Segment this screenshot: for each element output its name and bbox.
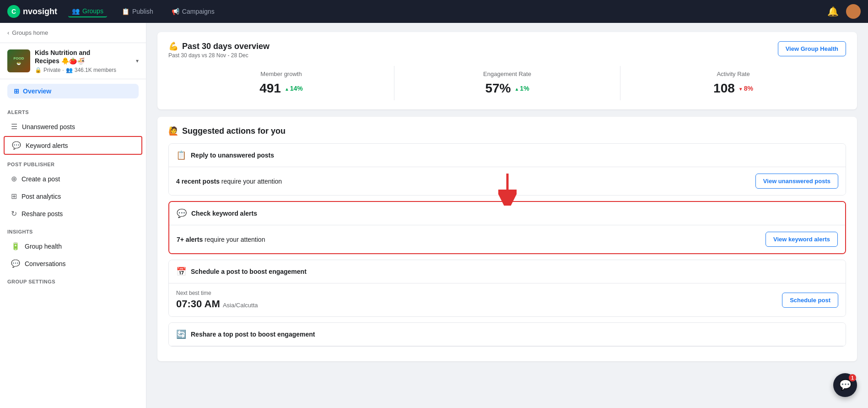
keyword-alerts-row: 💬 Keyword alerts B. <box>0 136 146 155</box>
publish-icon: 📋 <box>122 8 129 15</box>
muscle-icon: 💪 <box>168 41 178 51</box>
create-post-icon: ⊕ <box>11 174 17 183</box>
conversations-icon: 💬 <box>11 259 20 268</box>
action-unanswered-header: 📋 Reply to unanswered posts <box>169 144 846 167</box>
reshare-action-icon: 🔄 <box>176 329 186 339</box>
group-thumbnail-image: FOOD 🥗 <box>7 49 30 72</box>
sidebar-item-conversations[interactable]: 💬 Conversations <box>4 255 142 272</box>
raise-hand-icon: 🙋 <box>168 126 178 136</box>
group-dropdown-icon[interactable]: ▾ <box>136 58 139 64</box>
overview-card-title: 💪 Past 30 days overview <box>168 41 270 51</box>
overview-card-header: 💪 Past 30 days overview Past 30 days vs … <box>168 41 846 59</box>
action-keyword-header: 💬 Check keyword alerts <box>169 202 845 225</box>
post-publisher-section-label: POST PUBLISHER <box>0 155 146 170</box>
unanswered-posts-icon: ☰ <box>11 122 17 131</box>
unanswered-action-icon: 📋 <box>176 150 186 160</box>
main-content: A. 💪 Past 30 days overview Past 30 days … <box>146 23 868 408</box>
logo-icon: C <box>7 5 20 18</box>
user-avatar[interactable] <box>846 4 861 19</box>
action-reshare-post: 🔄 Reshare a top post to boost engagement <box>168 322 846 347</box>
overview-card-subtitle: Past 30 days vs 28 Nov - 28 Dec <box>168 52 270 59</box>
member-growth-badge: 14% <box>285 85 303 92</box>
action-keyword-body: 7+ alerts require your attention View ke… <box>169 225 845 253</box>
insights-section-label: INSIGHTS <box>0 223 146 237</box>
sidebar: ‹ Groups home FOOD 🥗 Kids Nutrition and … <box>0 23 146 408</box>
sidebar-item-unanswered-posts[interactable]: ☰ Unanswered posts <box>4 118 142 135</box>
schedule-post-button[interactable]: Schedule post <box>782 293 838 308</box>
action-reshare-header: 🔄 Reshare a top post to boost engagement <box>169 323 846 346</box>
action-unanswered-body: 4 recent posts require your attention Vi… <box>169 167 846 195</box>
engagement-rate-badge: 1% <box>514 85 529 92</box>
fab-notification-badge: 1 <box>849 374 856 381</box>
metrics-row: Member growth 491 14% Engagement Rate 57… <box>168 66 846 100</box>
lock-icon: 🔒 <box>35 67 42 73</box>
chat-fab[interactable]: 💬 1 <box>833 373 857 397</box>
logo-text: nvosight <box>23 7 57 16</box>
nav-groups[interactable]: 👥 Groups <box>68 5 107 17</box>
group-name-wrap: Kids Nutrition and Recipes 🐥🍅🍜 🔒 Private… <box>35 49 131 73</box>
group-meta: 🔒 Private · 👥 346.1K members <box>35 67 131 73</box>
sidebar-item-post-analytics[interactable]: ⊞ Post analytics <box>4 188 142 205</box>
action-keyword-alerts: 💬 Check keyword alerts 7+ alerts require… <box>168 201 846 254</box>
campaigns-icon: 📢 <box>172 8 179 15</box>
post-analytics-icon: ⊞ <box>11 192 17 201</box>
group-settings-section-label: GROUP SETTINGS <box>0 272 146 287</box>
back-chevron-icon: ‹ <box>7 29 9 36</box>
keyword-alerts-action-wrap: 💬 Check keyword alerts 7+ alerts require… <box>168 201 846 254</box>
view-unanswered-posts-button[interactable]: View unanswered posts <box>755 174 838 189</box>
group-info: FOOD 🥗 Kids Nutrition and Recipes 🐥🍅🍜 🔒 … <box>0 43 146 79</box>
schedule-time-info: Next best time 07:30 AM Asia/Calcutta <box>176 290 258 310</box>
schedule-action-icon: 📅 <box>176 267 186 277</box>
top-navigation: C nvosight 👥 Groups 📋 Publish 📢 Campaign… <box>0 0 868 23</box>
keyword-action-icon: 💬 <box>177 208 187 218</box>
action-schedule-body: Next best time 07:30 AM Asia/Calcutta Sc… <box>169 283 846 316</box>
arrow-up-icon-2 <box>514 85 519 92</box>
arrow-up-icon <box>285 85 289 92</box>
suggested-actions-title: 🙋 Suggested actions for you <box>168 126 846 136</box>
group-name: Kids Nutrition and Recipes 🐥🍅🍜 <box>35 49 131 65</box>
action-schedule-header: 📅 Schedule a post to boost engagement <box>169 260 846 283</box>
view-group-health-button[interactable]: View Group Health <box>778 41 846 56</box>
sidebar-item-create-post[interactable]: ⊕ Create a post <box>4 170 142 187</box>
metric-engagement-rate: Engagement Rate 57% 1% <box>394 66 620 100</box>
view-keyword-alerts-button[interactable]: View keyword alerts <box>766 232 838 247</box>
suggested-actions-card: 🙋 Suggested actions for you 📋 Reply to u… <box>157 117 857 361</box>
groups-icon: 👥 <box>72 7 80 15</box>
grid-icon: ⊞ <box>14 87 19 95</box>
group-thumbnail: FOOD 🥗 <box>7 49 30 72</box>
arrow-down-icon <box>739 85 743 92</box>
keyword-desc: 7+ alerts require your attention <box>177 236 265 243</box>
members-icon: 👥 <box>66 67 73 73</box>
page-layout: ‹ Groups home FOOD 🥗 Kids Nutrition and … <box>0 23 868 408</box>
sidebar-item-group-health[interactable]: 🔋 Group health <box>4 238 142 255</box>
overview-button[interactable]: ⊞ Overview <box>7 84 139 98</box>
sidebar-item-reshare-posts[interactable]: ↻ Reshare posts <box>4 205 142 222</box>
nav-publish[interactable]: 📋 Publish <box>118 6 157 17</box>
groups-home-back[interactable]: ‹ Groups home <box>0 23 146 43</box>
unanswered-desc: 4 recent posts require your attention <box>176 178 282 185</box>
action-unanswered-posts: 📋 Reply to unanswered posts 4 recent pos… <box>168 143 846 196</box>
nav-campaigns[interactable]: 📢 Campaigns <box>168 6 218 17</box>
logo[interactable]: C nvosight <box>7 5 57 18</box>
sidebar-item-keyword-alerts[interactable]: 💬 Keyword alerts <box>4 136 142 155</box>
notifications-bell-icon[interactable]: 🔔 <box>827 6 839 17</box>
reshare-posts-icon: ↻ <box>11 209 17 218</box>
metric-activity-rate: Activity Rate 108 8% <box>620 66 846 100</box>
keyword-alerts-icon: 💬 <box>12 141 21 150</box>
group-health-icon: 🔋 <box>11 242 20 250</box>
chat-fab-icon: 💬 <box>839 379 852 391</box>
overview-card: 💪 Past 30 days overview Past 30 days vs … <box>157 32 857 109</box>
overview-title-wrap: 💪 Past 30 days overview Past 30 days vs … <box>168 41 270 59</box>
nav-right-actions: 🔔 <box>827 4 861 19</box>
alerts-section-label: ALERTS <box>0 103 146 118</box>
metric-member-growth: Member growth 491 14% <box>168 66 394 100</box>
activity-rate-badge: 8% <box>739 85 753 92</box>
action-schedule-post: 📅 Schedule a post to boost engagement Ne… <box>168 260 846 317</box>
